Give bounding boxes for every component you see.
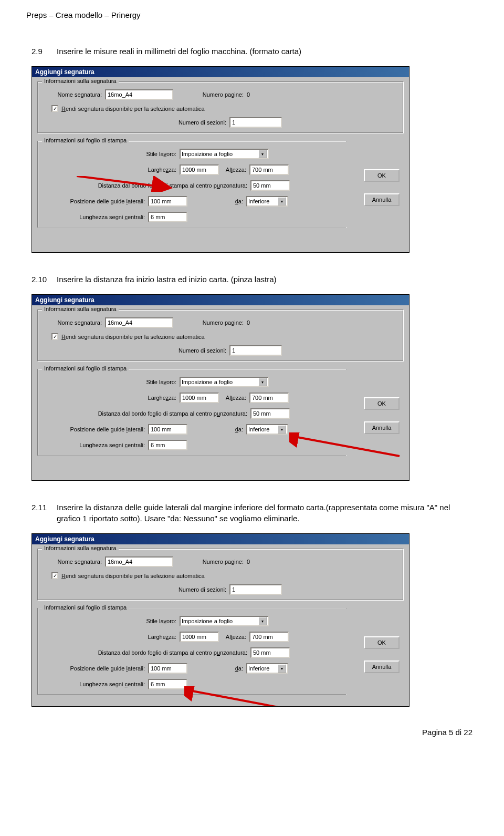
label-lunghezza-segni: Lunghezza segni centrali:: [43, 681, 148, 687]
dialog-body: Informazioni sulla segnatura Nome segnat…: [32, 77, 409, 242]
step-num: 2.11: [32, 502, 57, 524]
label-altezza: Altezza:: [219, 395, 249, 401]
label-da: da:: [187, 198, 246, 204]
input-nome-segnatura[interactable]: [105, 89, 173, 100]
label-rendi: Rendi segnatura disponibile per la selez…: [61, 573, 205, 579]
input-lunghezza-segni[interactable]: [148, 679, 187, 689]
label-posizione-guide: Posizione delle guide laterali:: [43, 426, 148, 432]
dropdown-da-value: Inferiore: [248, 665, 269, 672]
groupbox-info-segnatura: Informazioni sulla segnatura Nome segnat…: [37, 549, 404, 601]
dropdown-da-value: Inferiore: [248, 426, 269, 432]
input-lunghezza-segni[interactable]: [148, 440, 187, 450]
dropdown-da[interactable]: Inferiore: [246, 663, 288, 674]
label-nome-segnatura: Nome segnatura:: [43, 319, 105, 326]
dialog-body: Informazioni sulla segnatura Nome segnat…: [32, 305, 409, 470]
label-numero-pagine: Numero pagine:: [173, 319, 247, 326]
label-distanza-bordo: Distanza dal bordo foglio di stampa al c…: [43, 649, 250, 656]
groupbox-legend-foglio: Informazioni sul foglio di stampa: [42, 604, 129, 611]
label-numero-sezioni: Numero di sezioni:: [43, 347, 229, 354]
dropdown-stile-lavoro[interactable]: Imposizione a foglio: [180, 149, 269, 159]
label-stile-lavoro: Stile lavoro:: [43, 151, 180, 157]
step-text: Inserire la distanza delle guide lateral…: [57, 502, 472, 524]
label-da: da:: [187, 665, 246, 672]
input-posizione-guide[interactable]: [148, 196, 187, 207]
input-posizione-guide[interactable]: [148, 424, 187, 435]
input-nome-segnatura[interactable]: [105, 556, 173, 567]
value-numero-pagine: 0: [247, 91, 250, 98]
step-num: 2.9: [32, 46, 57, 57]
input-distanza-bordo[interactable]: [250, 647, 290, 658]
dialog-titlebar: Aggiungi segnatura: [32, 67, 409, 77]
input-altezza[interactable]: [249, 164, 289, 175]
label-stile-lavoro: Stile lavoro:: [43, 379, 180, 385]
ok-button[interactable]: OK: [364, 636, 400, 649]
label-da: da:: [187, 426, 246, 432]
dropdown-stile-lavoro[interactable]: Imposizione a foglio: [180, 616, 269, 626]
groupbox-legend: Informazioni sulla segnatura: [42, 545, 119, 551]
groupbox-legend: Informazioni sulla segnatura: [42, 78, 119, 84]
input-numero-sezioni[interactable]: [229, 117, 282, 128]
dropdown-da[interactable]: Inferiore: [246, 196, 288, 207]
input-posizione-guide[interactable]: [148, 663, 187, 674]
label-nome-segnatura: Nome segnatura:: [43, 91, 105, 98]
label-larghezza: Larghezza:: [43, 634, 180, 640]
input-larghezza[interactable]: [180, 393, 219, 403]
dialog-titlebar: Aggiungi segnatura: [32, 534, 409, 544]
input-larghezza[interactable]: [180, 164, 219, 175]
dialog-side-buttons: OK Annulla: [364, 169, 400, 206]
groupbox-info-foglio: Informazioni sul foglio di stampa Stile …: [37, 608, 347, 695]
dropdown-stile-lavoro[interactable]: Imposizione a foglio: [180, 377, 269, 387]
label-altezza: Altezza:: [219, 167, 249, 173]
label-lunghezza-segni: Lunghezza segni centrali:: [43, 442, 148, 448]
value-numero-pagine: 0: [247, 559, 250, 565]
annulla-button[interactable]: Annulla: [364, 660, 400, 673]
label-larghezza: Larghezza:: [43, 167, 180, 173]
label-altezza: Altezza:: [219, 634, 249, 640]
checkbox-rendi[interactable]: ✓: [51, 572, 58, 579]
step-210: 2.10 Inserire la distanza fra inizio las…: [32, 274, 472, 285]
input-nome-segnatura[interactable]: [105, 317, 173, 328]
dialog-side-buttons: OK Annulla: [364, 397, 400, 434]
input-altezza[interactable]: [249, 632, 289, 642]
annulla-button[interactable]: Annulla: [364, 421, 400, 434]
checkbox-rendi[interactable]: ✓: [51, 105, 58, 112]
label-numero-sezioni: Numero di sezioni:: [43, 119, 229, 126]
step-text: Inserire la distanza fra inizio lastra e…: [57, 274, 472, 285]
label-numero-pagine: Numero pagine:: [173, 559, 247, 565]
label-numero-sezioni: Numero di sezioni:: [43, 586, 229, 593]
label-posizione-guide: Posizione delle guide laterali:: [43, 665, 148, 672]
groupbox-info-segnatura: Informazioni sulla segnatura Nome segnat…: [37, 309, 404, 362]
checkbox-rendi[interactable]: ✓: [51, 333, 58, 340]
input-altezza[interactable]: [249, 393, 289, 403]
groupbox-info-segnatura: Informazioni sulla segnatura Nome segnat…: [37, 81, 404, 133]
dropdown-da[interactable]: Inferiore: [246, 424, 288, 435]
input-lunghezza-segni[interactable]: [148, 212, 187, 222]
dialog-aggiungi-segnatura-2: Aggiungi segnatura Informazioni sulla se…: [32, 294, 410, 481]
label-larghezza: Larghezza:: [43, 395, 180, 401]
page-footer: Pagina 5 di 22: [32, 728, 472, 737]
label-stile-lavoro: Stile lavoro:: [43, 618, 180, 624]
dialog-body: Informazioni sulla segnatura Nome segnat…: [32, 544, 409, 707]
ok-button[interactable]: OK: [364, 397, 400, 410]
dropdown-stile-lavoro-value: Imposizione a foglio: [182, 379, 233, 385]
ok-button[interactable]: OK: [364, 169, 400, 182]
groupbox-info-foglio: Informazioni sul foglio di stampa Stile …: [37, 369, 347, 456]
label-rendi: Rendi segnatura disponibile per la selez…: [61, 106, 205, 112]
annulla-button[interactable]: Annulla: [364, 193, 400, 206]
doc-header: Preps – Crea modello – Prinergy: [26, 11, 472, 19]
label-nome-segnatura: Nome segnatura:: [43, 559, 105, 565]
label-posizione-guide: Posizione delle guide laterali:: [43, 198, 148, 204]
step-211: 2.11 Inserire la distanza delle guide la…: [32, 502, 472, 524]
input-numero-sezioni[interactable]: [229, 345, 282, 356]
input-distanza-bordo[interactable]: [250, 180, 290, 191]
dropdown-da-value: Inferiore: [248, 198, 269, 204]
dialog-aggiungi-segnatura-1: Aggiungi segnatura Informazioni sulla se…: [32, 66, 410, 253]
dropdown-stile-lavoro-value: Imposizione a foglio: [182, 151, 233, 157]
input-distanza-bordo[interactable]: [250, 408, 290, 419]
groupbox-legend-foglio: Informazioni sul foglio di stampa: [42, 365, 129, 371]
input-larghezza[interactable]: [180, 632, 219, 642]
dialog-titlebar: Aggiungi segnatura: [32, 295, 409, 305]
groupbox-legend-foglio: Informazioni sul foglio di stampa: [42, 137, 129, 143]
label-distanza-bordo: Distanza dal bordo foglio di stampa al c…: [43, 410, 250, 417]
input-numero-sezioni[interactable]: [229, 584, 282, 595]
